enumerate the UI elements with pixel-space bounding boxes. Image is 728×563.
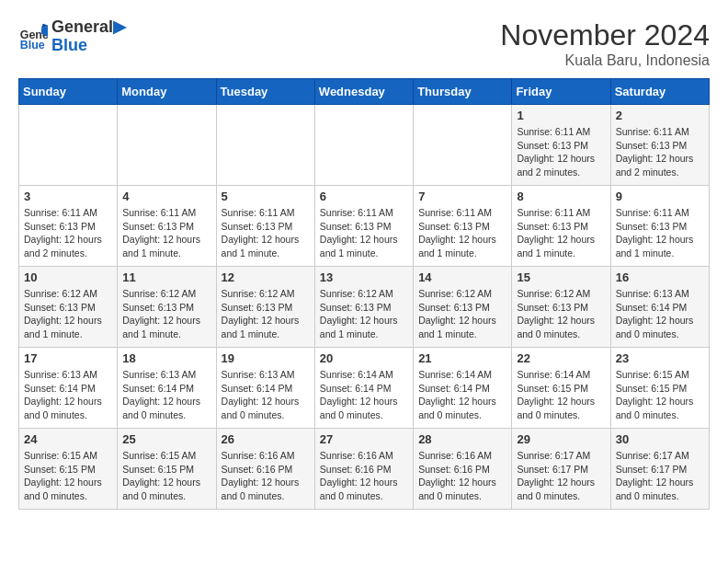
day-cell (19, 105, 118, 186)
day-info: Sunrise: 6:11 AM Sunset: 6:13 PM Dayligh… (616, 125, 704, 179)
day-number: 23 (616, 351, 704, 365)
header-day-thursday: Thursday (414, 79, 512, 105)
day-info: Sunrise: 6:12 AM Sunset: 6:13 PM Dayligh… (24, 287, 112, 341)
day-info: Sunrise: 6:11 AM Sunset: 6:13 PM Dayligh… (122, 206, 210, 260)
day-number: 22 (517, 351, 605, 365)
day-info: Sunrise: 6:14 AM Sunset: 6:14 PM Dayligh… (320, 368, 408, 422)
day-number: 17 (24, 351, 112, 365)
day-info: Sunrise: 6:13 AM Sunset: 6:14 PM Dayligh… (24, 368, 112, 422)
day-number: 10 (24, 270, 112, 284)
day-cell (314, 105, 413, 186)
week-row-3: 10Sunrise: 6:12 AM Sunset: 6:13 PM Dayli… (19, 267, 710, 348)
calendar-table: SundayMondayTuesdayWednesdayThursdayFrid… (18, 78, 710, 510)
day-number: 8 (517, 190, 605, 203)
day-number: 13 (320, 270, 408, 284)
day-number: 16 (616, 270, 704, 284)
day-info: Sunrise: 6:17 AM Sunset: 6:17 PM Dayligh… (616, 449, 704, 503)
day-cell: 30Sunrise: 6:17 AM Sunset: 6:17 PM Dayli… (610, 429, 709, 510)
day-number: 19 (222, 351, 310, 365)
day-cell: 21Sunrise: 6:14 AM Sunset: 6:14 PM Dayli… (414, 348, 512, 429)
day-cell: 20Sunrise: 6:14 AM Sunset: 6:14 PM Dayli… (314, 348, 413, 429)
day-cell: 10Sunrise: 6:12 AM Sunset: 6:13 PM Dayli… (19, 267, 118, 348)
header-day-monday: Monday (118, 79, 216, 105)
day-cell (216, 105, 314, 186)
day-info: Sunrise: 6:11 AM Sunset: 6:13 PM Dayligh… (24, 206, 112, 260)
calendar-header: SundayMondayTuesdayWednesdayThursdayFrid… (19, 79, 710, 105)
day-cell: 4Sunrise: 6:11 AM Sunset: 6:13 PM Daylig… (118, 186, 216, 267)
logo-text: General▶ Blue (51, 18, 126, 55)
day-number: 4 (122, 190, 210, 203)
day-info: Sunrise: 6:15 AM Sunset: 6:15 PM Dayligh… (616, 368, 704, 422)
week-row-2: 3Sunrise: 6:11 AM Sunset: 6:13 PM Daylig… (19, 186, 710, 267)
day-cell: 14Sunrise: 6:12 AM Sunset: 6:13 PM Dayli… (414, 267, 512, 348)
day-info: Sunrise: 6:16 AM Sunset: 6:16 PM Dayligh… (222, 449, 310, 503)
day-number: 21 (418, 351, 506, 365)
day-number: 12 (222, 270, 310, 284)
day-info: Sunrise: 6:16 AM Sunset: 6:16 PM Dayligh… (418, 449, 506, 503)
day-info: Sunrise: 6:14 AM Sunset: 6:14 PM Dayligh… (418, 368, 506, 422)
day-number: 2 (616, 109, 704, 122)
day-cell: 28Sunrise: 6:16 AM Sunset: 6:16 PM Dayli… (414, 429, 512, 510)
svg-text:Blue: Blue (20, 39, 45, 52)
day-cell: 26Sunrise: 6:16 AM Sunset: 6:16 PM Dayli… (216, 429, 314, 510)
day-cell: 17Sunrise: 6:13 AM Sunset: 6:14 PM Dayli… (19, 348, 118, 429)
day-info: Sunrise: 6:17 AM Sunset: 6:17 PM Dayligh… (517, 449, 605, 503)
day-cell: 9Sunrise: 6:11 AM Sunset: 6:13 PM Daylig… (610, 186, 709, 267)
day-cell: 23Sunrise: 6:15 AM Sunset: 6:15 PM Dayli… (610, 348, 709, 429)
day-number: 27 (320, 432, 408, 446)
day-cell: 8Sunrise: 6:11 AM Sunset: 6:13 PM Daylig… (512, 186, 610, 267)
month-title: November 2024 (500, 18, 710, 52)
day-number: 3 (24, 190, 112, 203)
day-number: 18 (122, 351, 210, 365)
day-number: 26 (222, 432, 310, 446)
day-info: Sunrise: 6:15 AM Sunset: 6:15 PM Dayligh… (24, 449, 112, 503)
day-cell: 25Sunrise: 6:15 AM Sunset: 6:15 PM Dayli… (118, 429, 216, 510)
day-info: Sunrise: 6:12 AM Sunset: 6:13 PM Dayligh… (122, 287, 210, 341)
day-cell: 24Sunrise: 6:15 AM Sunset: 6:15 PM Dayli… (19, 429, 118, 510)
day-cell: 6Sunrise: 6:11 AM Sunset: 6:13 PM Daylig… (314, 186, 413, 267)
day-number: 29 (517, 432, 605, 446)
day-number: 6 (320, 190, 408, 203)
day-number: 15 (517, 270, 605, 284)
day-cell: 12Sunrise: 6:12 AM Sunset: 6:13 PM Dayli… (216, 267, 314, 348)
week-row-1: 1Sunrise: 6:11 AM Sunset: 6:13 PM Daylig… (19, 105, 710, 186)
day-info: Sunrise: 6:12 AM Sunset: 6:13 PM Dayligh… (222, 287, 310, 341)
day-info: Sunrise: 6:16 AM Sunset: 6:16 PM Dayligh… (320, 449, 408, 503)
day-cell: 18Sunrise: 6:13 AM Sunset: 6:14 PM Dayli… (118, 348, 216, 429)
day-info: Sunrise: 6:11 AM Sunset: 6:13 PM Dayligh… (616, 206, 704, 260)
header-day-saturday: Saturday (610, 79, 709, 105)
day-info: Sunrise: 6:15 AM Sunset: 6:15 PM Dayligh… (122, 449, 210, 503)
day-number: 5 (222, 190, 310, 203)
header-row: SundayMondayTuesdayWednesdayThursdayFrid… (19, 79, 710, 105)
header-day-friday: Friday (512, 79, 610, 105)
day-info: Sunrise: 6:12 AM Sunset: 6:13 PM Dayligh… (517, 287, 605, 341)
day-info: Sunrise: 6:13 AM Sunset: 6:14 PM Dayligh… (122, 368, 210, 422)
day-number: 7 (418, 190, 506, 203)
day-number: 11 (122, 270, 210, 284)
day-cell: 19Sunrise: 6:13 AM Sunset: 6:14 PM Dayli… (216, 348, 314, 429)
day-info: Sunrise: 6:11 AM Sunset: 6:13 PM Dayligh… (517, 125, 605, 179)
day-number: 30 (616, 432, 704, 446)
day-cell: 11Sunrise: 6:12 AM Sunset: 6:13 PM Dayli… (118, 267, 216, 348)
day-cell: 5Sunrise: 6:11 AM Sunset: 6:13 PM Daylig… (216, 186, 314, 267)
day-cell: 27Sunrise: 6:16 AM Sunset: 6:16 PM Dayli… (314, 429, 413, 510)
day-info: Sunrise: 6:12 AM Sunset: 6:13 PM Dayligh… (320, 287, 408, 341)
day-cell (118, 105, 216, 186)
day-number: 28 (418, 432, 506, 446)
day-info: Sunrise: 6:13 AM Sunset: 6:14 PM Dayligh… (222, 368, 310, 422)
day-number: 9 (616, 190, 704, 203)
day-info: Sunrise: 6:14 AM Sunset: 6:15 PM Dayligh… (517, 368, 605, 422)
day-cell: 15Sunrise: 6:12 AM Sunset: 6:13 PM Dayli… (512, 267, 610, 348)
day-info: Sunrise: 6:11 AM Sunset: 6:13 PM Dayligh… (320, 206, 408, 260)
logo: General Blue General▶ Blue (18, 18, 126, 55)
week-row-4: 17Sunrise: 6:13 AM Sunset: 6:14 PM Dayli… (19, 348, 710, 429)
title-block: November 2024 Kuala Baru, Indonesia (500, 18, 710, 69)
header-day-tuesday: Tuesday (216, 79, 314, 105)
day-number: 1 (517, 109, 605, 122)
day-cell: 13Sunrise: 6:12 AM Sunset: 6:13 PM Dayli… (314, 267, 413, 348)
day-info: Sunrise: 6:12 AM Sunset: 6:13 PM Dayligh… (418, 287, 506, 341)
location: Kuala Baru, Indonesia (500, 52, 710, 69)
day-cell: 3Sunrise: 6:11 AM Sunset: 6:13 PM Daylig… (19, 186, 118, 267)
header-day-sunday: Sunday (19, 79, 118, 105)
day-number: 20 (320, 351, 408, 365)
